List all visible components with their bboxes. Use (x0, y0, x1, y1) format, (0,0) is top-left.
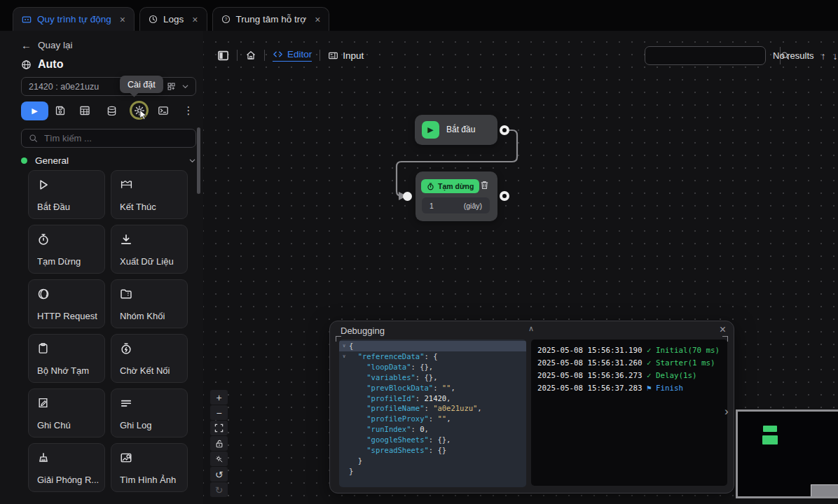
block-card[interactable]: Tìm Hình Ảnh (111, 443, 188, 492)
canvas-search-input[interactable] (645, 47, 780, 64)
zoom-in-button[interactable]: + (210, 390, 228, 405)
minimap-node (763, 426, 777, 432)
block-label: Xuất Dữ Liệu (120, 256, 174, 267)
fit-view-icon (214, 424, 224, 433)
collapse-panel-button[interactable]: ∧ (528, 324, 534, 333)
sidebar-toolbar: ▶ ⋮ (0, 101, 203, 122)
block-card[interactable]: Xuất Dữ Liệu (111, 225, 188, 274)
node-start[interactable]: ▶ Bắt đầu (415, 115, 497, 145)
block-label: Bắt Đầu (37, 202, 70, 212)
fit-view-button[interactable] (210, 421, 228, 435)
minimap-collapse-icon[interactable]: › (724, 405, 729, 419)
back-arrow-icon: ← (21, 40, 32, 50)
code-line: "spreadSheets": {} (339, 445, 526, 456)
help-icon: ? (221, 15, 231, 24)
search-prev-button[interactable]: ↑ (821, 50, 826, 62)
block-card[interactable]: HTTP Request (28, 279, 105, 328)
block-card[interactable]: Bộ Nhớ Tạm (28, 334, 105, 383)
delay-input-port[interactable] (403, 192, 412, 201)
fold-chevron-icon[interactable]: ∨ (339, 341, 349, 351)
delay-output-port[interactable] (500, 191, 509, 201)
fold-chevron-icon[interactable]: ∨ (339, 351, 349, 362)
block-card[interactable]: Bắt Đầu (28, 170, 105, 219)
tab-input[interactable]: Input (328, 50, 364, 61)
lock-canvas-button[interactable] (210, 436, 228, 451)
more-options-button[interactable]: ⋮ (180, 102, 197, 119)
code-line: ∨ "referenceData": { (339, 351, 526, 362)
close-tab-icon[interactable]: × (315, 14, 320, 25)
toggle-sidebar-button[interactable] (217, 50, 229, 62)
undo-button[interactable]: ↺ (210, 467, 228, 482)
save-button[interactable] (52, 102, 69, 119)
search-icon (29, 134, 38, 143)
close-tab-icon[interactable]: × (120, 14, 125, 25)
block-label: Kết Thúc (120, 202, 156, 212)
block-card[interactable]: Kết Thúc (111, 170, 188, 219)
chevron-down-icon[interactable] (181, 83, 189, 90)
block-label: Nhóm Khối (120, 311, 165, 321)
table-button[interactable] (76, 102, 93, 119)
gutter (339, 393, 349, 404)
code-line: "googleSheets": {}, (339, 435, 526, 445)
imgsearch-icon (120, 451, 132, 464)
mouse-cursor (138, 109, 149, 120)
block-card[interactable]: Nhóm Khối (111, 279, 188, 328)
pointer-gear-icon (215, 455, 224, 463)
close-tab-icon[interactable]: × (192, 14, 198, 25)
folder-icon (120, 288, 132, 300)
search-next-button[interactable]: ↓ (833, 50, 838, 62)
delay-node-label: Tạm dừng (438, 182, 474, 190)
start-node-label: Bắt đầu (446, 125, 475, 134)
debugging-title: Debugging (341, 326, 385, 336)
block-card[interactable]: Giải Phóng R... (28, 443, 105, 492)
http-icon (37, 288, 50, 300)
minimap[interactable] (736, 410, 838, 498)
redo-button[interactable]: ↻ (210, 482, 228, 497)
chevron-down-icon[interactable] (188, 157, 196, 164)
block-card[interactable]: Ghi Log (111, 388, 188, 438)
sidebar-scrollbar[interactable] (197, 127, 200, 194)
canvas-tool-stack: + − ↺ ↻ (210, 390, 228, 497)
code-line: } (339, 456, 526, 466)
tab-support[interactable]: ?Trung tâm hỗ trợ× (212, 7, 330, 31)
code-line: "loopData": {}, (339, 362, 526, 372)
tab-logs[interactable]: Logs× (139, 7, 207, 31)
section-general[interactable]: General (21, 155, 196, 166)
divider (320, 50, 320, 61)
tab-workflow[interactable]: Quy trình tự động× (13, 7, 135, 31)
divider (264, 50, 265, 61)
block-card[interactable]: Ghi Chú (28, 388, 105, 438)
workflow-canvas[interactable]: Editor Input No results ↑ ↓ ▶ Bắt đầ (203, 31, 838, 504)
start-output-port[interactable] (500, 125, 509, 135)
block-card[interactable]: Tạm Dừng (28, 225, 105, 274)
delay-unit: (giây) (464, 202, 482, 210)
execution-log[interactable]: 2025-05-08 15:56:31.190 ✓ Initial(70 ms)… (531, 340, 727, 486)
block-label: Chờ Kết Nối (120, 365, 170, 376)
delay-value-box[interactable]: 1 (giây) (422, 197, 490, 214)
delete-node-button[interactable] (479, 180, 490, 190)
block-card[interactable]: Chờ Kết Nối (111, 334, 188, 383)
zoom-out-button[interactable]: − (210, 405, 228, 420)
database-button[interactable] (103, 102, 120, 119)
close-panel-button[interactable]: × (720, 323, 726, 336)
block-search-input[interactable] (43, 132, 195, 144)
run-workflow-button[interactable]: ▶ (21, 102, 48, 120)
back-link[interactable]: ← Quay lại (21, 40, 73, 50)
minimap-viewport[interactable] (811, 484, 838, 498)
code-line: "profileName": "a0e21uzu", (339, 403, 526, 414)
terminal-button[interactable] (155, 102, 172, 119)
minimap-node (762, 435, 778, 444)
home-button[interactable] (245, 50, 256, 61)
tab-editor[interactable]: Editor (273, 49, 312, 62)
delay-value: 1 (430, 202, 434, 210)
flag-icon: ⚑ (647, 384, 656, 393)
node-delay[interactable]: Tạm dừng 1 (giây) (415, 172, 497, 221)
block-label: Bộ Nhớ Tạm (37, 365, 89, 376)
code-line: "runIndex": 0, (339, 424, 526, 435)
code-editor[interactable]: ∨{∨ "referenceData": { "loopData": {}, "… (339, 340, 526, 487)
debugging-panel: Debugging ∧ × ∨{∨ "referenceData": { "lo… (329, 321, 734, 493)
interaction-mode-button[interactable] (210, 451, 228, 466)
profile-selector[interactable]: 21420 : a0e21uzu (21, 77, 196, 96)
divider (237, 50, 238, 61)
kebab-menu-icon: ⋮ (184, 104, 194, 117)
